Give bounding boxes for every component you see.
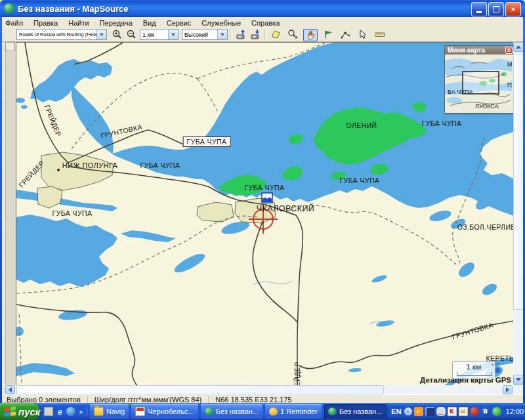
waypoint-flag-icon[interactable] (322, 29, 335, 40)
vertical-scroll-thumb[interactable] (513, 54, 524, 310)
menu-item-3[interactable]: Найти (63, 18, 94, 28)
ruler-tool-icon[interactable] (373, 29, 386, 40)
mail-icon[interactable]: ✉ (459, 407, 468, 416)
map-label: ОЛЕНИЙ (346, 121, 377, 129)
minimap-label: ГОРЕ (507, 82, 512, 89)
language-indicator[interactable]: EN (391, 408, 401, 415)
map-label: НИЖ.ПОЛУНГА (62, 161, 118, 169)
mouse-icon[interactable]: ‿ (436, 407, 446, 416)
checkmark-icon[interactable]: ✓ (414, 407, 423, 416)
map-label: ОЗ.БОЛ.ЧЕРЛИВОЕ (457, 223, 514, 231)
map-label: ГУБА ЧУПА (140, 161, 180, 169)
clock: 12:00 (506, 408, 524, 415)
zoom-region-icon[interactable] (286, 29, 299, 40)
map-label: ГУБА ЧУПА (245, 184, 285, 192)
chevron-down-icon[interactable] (96, 30, 106, 39)
device-icon[interactable] (470, 407, 479, 416)
map-label: ГРЕЙДЕР (293, 362, 301, 386)
window-border-left (0, 17, 2, 403)
taskbar-button[interactable]: 1 Reminder (265, 404, 322, 419)
toolbar: Roads of Russia with Routing (Federal re… (0, 28, 525, 42)
map-canvas[interactable]: ГРЕЙДЕРГРУНТОВКАНИЖ.ПОЛУНГАГРЕЙДЕРГУБА Ч… (16, 42, 514, 386)
quick-launch-overflow[interactable]: » (79, 408, 83, 415)
minimize-button[interactable] (471, 2, 487, 16)
gps-send-icon[interactable] (234, 29, 247, 40)
detail-level-dropdown[interactable]: Высокий (182, 29, 228, 40)
hand-tool-icon[interactable] (303, 29, 318, 41)
mapsource-icon (328, 408, 337, 415)
map-label: ГУБА ЧУПА (183, 136, 231, 147)
map-label: ГУБА ЧУПА (52, 209, 93, 217)
antivirus-icon[interactable]: K (448, 407, 457, 416)
system-tray: EN ‹ ✓‿K✉B 12:00 (386, 403, 525, 420)
taskbar-button-label: 1 Reminder (280, 408, 318, 415)
close-button[interactable]: × (505, 2, 521, 16)
close-icon[interactable]: x (505, 47, 513, 54)
window-titlebar[interactable]: Без названия - MapSource × (0, 0, 525, 17)
status-bar: Выбрано 0 элементов Шир/долг гггг°мм.ммм… (0, 394, 525, 404)
taskbar-button-label: Navig (106, 408, 125, 415)
zoom-out-icon[interactable] (125, 29, 138, 40)
gps-receive-icon[interactable] (248, 29, 261, 40)
restore-button[interactable] (488, 2, 504, 16)
start-label: пуск (18, 406, 40, 417)
scroll-down-icon[interactable] (513, 375, 524, 385)
pointer-tool-icon[interactable] (356, 29, 369, 40)
route-tool-icon[interactable] (339, 29, 352, 40)
taskbar-button[interactable]: Без назван... (201, 404, 262, 419)
horizontal-scroll-thumb[interactable] (16, 385, 384, 394)
internet-explorer-icon[interactable]: e (55, 407, 64, 416)
map-label: ГУБА ЧУПА (422, 119, 462, 127)
map-scale-dropdown[interactable]: 1 км (140, 29, 178, 40)
tray-chevron-icon[interactable]: ‹ (404, 408, 412, 415)
mapsource-app-icon (4, 3, 14, 14)
tray-icons: ✓‿K✉B (414, 407, 501, 416)
document-icon (135, 407, 145, 416)
show-desktop-icon[interactable] (44, 407, 53, 416)
menu-item-2[interactable]: Правка (28, 18, 63, 28)
scrollbar-corner (513, 385, 524, 394)
map-label: ЧКАЛОВСКИЙ (257, 204, 314, 213)
menu-item-5[interactable]: Вид (138, 18, 161, 28)
display-icon[interactable] (425, 407, 434, 416)
menu-item-8[interactable]: Справка (246, 18, 285, 28)
mapsource-icon (205, 408, 213, 415)
scale-label: 1 км (453, 363, 495, 371)
minimap-panel[interactable]: Мини-карта x (444, 45, 514, 114)
status-coordinates: N66 18.535 E33 21.175 (209, 396, 298, 404)
left-gutter (5, 42, 16, 385)
chevron-down-icon[interactable] (217, 30, 227, 39)
menu-item-7[interactable]: Служебные (196, 18, 246, 28)
status-selection: Выбрано 0 элементов (0, 396, 88, 404)
zoom-in-icon[interactable] (110, 29, 123, 40)
taskbar-button-label: Чернобельс... (148, 408, 194, 415)
taskbar: пуск e» NavigЧернобельс...Без назван...1… (0, 403, 525, 420)
desktop: Без названия - MapSource × ФайлПравкаНай… (0, 0, 525, 420)
scroll-up-icon[interactable] (513, 42, 524, 52)
splitter-handle[interactable] (5, 42, 15, 51)
chevron-down-icon[interactable] (168, 30, 178, 39)
minimap-canvas[interactable]: МЕНДОГОРЕБА ЧУПАЛУОКСА (445, 54, 512, 111)
menu-item-6[interactable]: Сервис (161, 18, 197, 28)
windows-logo-icon (5, 406, 16, 417)
network-icon[interactable] (492, 407, 501, 416)
product-dropdown[interactable]: Roads of Russia with Routing (Federal re… (16, 29, 107, 40)
start-button[interactable]: пуск (0, 403, 40, 420)
app-icon[interactable] (66, 407, 75, 416)
scroll-left-icon[interactable] (5, 385, 15, 394)
folder-icon (94, 407, 104, 416)
bluetooth-icon[interactable]: B (481, 407, 490, 416)
menu-item-1[interactable]: Файл (0, 18, 28, 28)
status-position-format: Шир/долг гггг°мм.ммм'(WGS 84) (88, 396, 209, 404)
minimap-label: БА ЧУПА (448, 89, 472, 95)
task-buttons: NavigЧернобельс...Без назван...1 Reminde… (87, 404, 386, 419)
taskbar-button[interactable]: Без назван... (324, 404, 386, 419)
taskbar-button[interactable]: Чернобельс... (131, 404, 198, 419)
minimap-title: Мини-карта (448, 47, 485, 54)
menu-item-4[interactable]: Передача (94, 18, 138, 28)
minimap-titlebar[interactable]: Мини-карта x (445, 46, 513, 54)
taskbar-button[interactable]: Navig (90, 404, 129, 419)
polygon-select-icon[interactable] (269, 29, 282, 40)
scroll-right-icon[interactable] (503, 385, 513, 394)
bell-icon (269, 408, 278, 415)
